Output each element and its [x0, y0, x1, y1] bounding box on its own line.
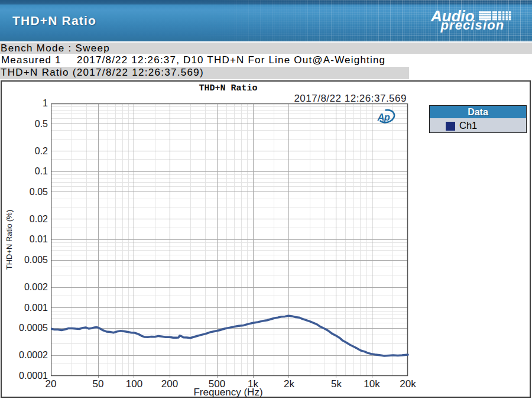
svg-text:p: p	[384, 112, 390, 122]
svg-text:A: A	[377, 112, 385, 122]
